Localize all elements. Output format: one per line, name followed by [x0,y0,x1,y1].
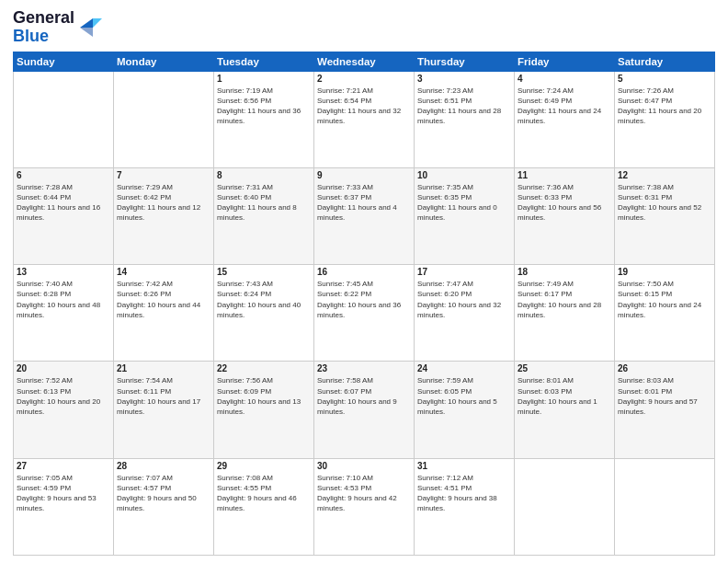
day-info: Sunrise: 7:23 AMSunset: 6:51 PMDaylight:… [417,86,511,127]
day-info: Sunrise: 7:10 AMSunset: 4:53 PMDaylight:… [317,473,411,514]
day-number: 3 [417,74,511,84]
day-info: Sunrise: 7:45 AMSunset: 6:22 PMDaylight:… [317,279,411,320]
day-number: 28 [117,461,210,471]
day-number: 2 [317,74,411,84]
day-cell [615,458,715,555]
day-info: Sunrise: 7:40 AMSunset: 6:28 PMDaylight:… [17,279,110,320]
day-cell: 12Sunrise: 7:38 AMSunset: 6:31 PMDayligh… [615,167,715,264]
day-cell: 16Sunrise: 7:45 AMSunset: 6:22 PMDayligh… [314,265,415,362]
day-info: Sunrise: 7:43 AMSunset: 6:24 PMDaylight:… [217,279,311,320]
weekday-tuesday: Tuesday [214,52,314,71]
logo: General Blue [13,9,102,46]
day-number: 21 [117,363,210,373]
week-row-2: 6Sunrise: 7:28 AMSunset: 6:44 PMDaylight… [14,167,715,264]
logo-bird-icon [76,15,102,40]
day-number: 10 [417,170,511,180]
day-number: 26 [618,363,711,373]
day-cell: 4Sunrise: 7:24 AMSunset: 6:49 PMDaylight… [515,71,615,167]
day-cell: 21Sunrise: 7:54 AMSunset: 6:11 PMDayligh… [114,362,214,458]
day-info: Sunrise: 7:59 AMSunset: 6:05 PMDaylight:… [417,375,511,417]
day-cell: 1Sunrise: 7:19 AMSunset: 6:56 PMDaylight… [214,71,314,167]
day-info: Sunrise: 7:05 AMSunset: 4:59 PMDaylight:… [17,473,110,514]
day-info: Sunrise: 7:49 AMSunset: 6:17 PMDaylight:… [518,279,611,320]
weekday-sunday: Sunday [14,52,114,71]
calendar-table: SundayMondayTuesdayWednesdayThursdayFrid… [13,52,715,556]
day-cell: 3Sunrise: 7:23 AMSunset: 6:51 PMDaylight… [415,71,515,167]
day-cell: 9Sunrise: 7:33 AMSunset: 6:37 PMDaylight… [314,167,415,264]
day-cell: 24Sunrise: 7:59 AMSunset: 6:05 PMDayligh… [415,362,515,458]
day-number: 18 [518,267,611,277]
day-info: Sunrise: 7:26 AMSunset: 6:47 PMDaylight:… [618,86,711,127]
day-info: Sunrise: 7:50 AMSunset: 6:15 PMDaylight:… [618,279,711,320]
day-number: 19 [618,267,711,277]
day-cell: 15Sunrise: 7:43 AMSunset: 6:24 PMDayligh… [214,265,314,362]
logo-text-general: General [13,9,74,28]
weekday-friday: Friday [515,52,615,71]
day-cell: 28Sunrise: 7:07 AMSunset: 4:57 PMDayligh… [114,458,214,555]
day-info: Sunrise: 7:21 AMSunset: 6:54 PMDaylight:… [317,86,411,127]
logo-text-blue: Blue [13,28,49,46]
day-info: Sunrise: 7:29 AMSunset: 6:42 PMDaylight:… [117,182,210,224]
day-number: 8 [217,170,311,180]
day-number: 9 [317,170,411,180]
day-cell: 26Sunrise: 8:03 AMSunset: 6:01 PMDayligh… [615,362,715,458]
day-info: Sunrise: 7:08 AMSunset: 4:55 PMDaylight:… [217,473,311,514]
day-info: Sunrise: 7:42 AMSunset: 6:26 PMDaylight:… [117,279,210,320]
day-cell: 8Sunrise: 7:31 AMSunset: 6:40 PMDaylight… [214,167,314,264]
day-info: Sunrise: 8:03 AMSunset: 6:01 PMDaylight:… [618,375,711,417]
day-number: 25 [518,363,611,373]
day-number: 12 [618,170,711,180]
day-info: Sunrise: 7:07 AMSunset: 4:57 PMDaylight:… [117,473,210,514]
day-info: Sunrise: 7:38 AMSunset: 6:31 PMDaylight:… [618,182,711,224]
day-cell: 20Sunrise: 7:52 AMSunset: 6:13 PMDayligh… [14,362,114,458]
day-number: 6 [17,170,110,180]
day-info: Sunrise: 7:56 AMSunset: 6:09 PMDaylight:… [217,375,311,417]
weekday-wednesday: Wednesday [314,52,415,71]
day-cell: 25Sunrise: 8:01 AMSunset: 6:03 PMDayligh… [515,362,615,458]
day-number: 5 [618,74,711,84]
day-cell: 13Sunrise: 7:40 AMSunset: 6:28 PMDayligh… [14,265,114,362]
day-number: 24 [417,363,511,373]
week-row-3: 13Sunrise: 7:40 AMSunset: 6:28 PMDayligh… [14,265,715,362]
day-info: Sunrise: 7:24 AMSunset: 6:49 PMDaylight:… [518,86,611,127]
day-number: 20 [17,363,110,373]
day-number: 27 [17,461,110,471]
day-info: Sunrise: 7:33 AMSunset: 6:37 PMDaylight:… [317,182,411,224]
day-cell: 11Sunrise: 7:36 AMSunset: 6:33 PMDayligh… [515,167,615,264]
day-number: 13 [17,267,110,277]
page: General Blue SundayMondayTuesdayWednesda… [0,0,728,563]
svg-marker-1 [93,18,102,28]
day-cell: 23Sunrise: 7:58 AMSunset: 6:07 PMDayligh… [314,362,415,458]
day-number: 16 [317,267,411,277]
day-cell [114,71,214,167]
day-info: Sunrise: 7:36 AMSunset: 6:33 PMDaylight:… [518,182,611,224]
weekday-saturday: Saturday [615,52,715,71]
week-row-5: 27Sunrise: 7:05 AMSunset: 4:59 PMDayligh… [14,458,715,555]
day-info: Sunrise: 7:35 AMSunset: 6:35 PMDaylight:… [417,182,511,224]
day-info: Sunrise: 7:12 AMSunset: 4:51 PMDaylight:… [417,473,511,514]
svg-marker-2 [80,28,93,37]
day-cell [515,458,615,555]
weekday-monday: Monday [114,52,214,71]
day-cell [14,71,114,167]
day-info: Sunrise: 7:19 AMSunset: 6:56 PMDaylight:… [217,86,311,127]
week-row-4: 20Sunrise: 7:52 AMSunset: 6:13 PMDayligh… [14,362,715,458]
day-cell: 29Sunrise: 7:08 AMSunset: 4:55 PMDayligh… [214,458,314,555]
day-number: 23 [317,363,411,373]
day-cell: 27Sunrise: 7:05 AMSunset: 4:59 PMDayligh… [14,458,114,555]
day-cell: 17Sunrise: 7:47 AMSunset: 6:20 PMDayligh… [415,265,515,362]
day-number: 30 [317,461,411,471]
day-number: 7 [117,170,210,180]
day-cell: 2Sunrise: 7:21 AMSunset: 6:54 PMDaylight… [314,71,415,167]
day-info: Sunrise: 7:52 AMSunset: 6:13 PMDaylight:… [17,375,110,417]
day-cell: 30Sunrise: 7:10 AMSunset: 4:53 PMDayligh… [314,458,415,555]
weekday-thursday: Thursday [415,52,515,71]
day-info: Sunrise: 7:28 AMSunset: 6:44 PMDaylight:… [17,182,110,224]
day-cell: 5Sunrise: 7:26 AMSunset: 6:47 PMDaylight… [615,71,715,167]
day-number: 11 [518,170,611,180]
day-number: 14 [117,267,210,277]
day-info: Sunrise: 7:58 AMSunset: 6:07 PMDaylight:… [317,375,411,417]
day-number: 4 [518,74,611,84]
svg-marker-0 [80,18,93,28]
header: General Blue [13,9,715,46]
